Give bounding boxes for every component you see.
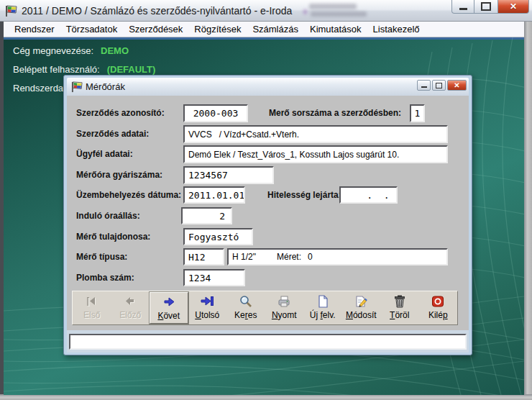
- validity-label: Hitelesség lejárta:: [267, 190, 341, 200]
- next-record-button[interactable]: Követ: [150, 292, 188, 324]
- install-date-value: 2011.01.01: [188, 190, 244, 201]
- contract-id-value: 2000-003: [193, 108, 239, 119]
- window-frame-right: [524, 22, 532, 400]
- dialog-icon: [71, 81, 83, 93]
- record-toolbar: Első Előző Követ: [72, 291, 458, 325]
- next-record-icon: [161, 295, 177, 309]
- contract-id-label: Szerződés azonosító:: [76, 108, 165, 118]
- menu-szerzodesek[interactable]: Szerződések: [123, 22, 188, 36]
- menu-listakezelo[interactable]: Listakezelő: [367, 22, 426, 36]
- menu-bar: Rendszer Törzsadatok Szerződések Rögzíté…: [4, 22, 529, 37]
- menu-rogzitesek[interactable]: Rögzítések: [188, 22, 247, 36]
- status-field[interactable]: [69, 334, 467, 350]
- close-icon: ✕: [510, 1, 517, 12]
- serial-value: 1234567: [188, 170, 228, 181]
- dialog-titlebar[interactable]: Mérőórák ✕: [67, 78, 469, 96]
- owner-value: Fogyasztó: [188, 232, 239, 242]
- background-ghost-blob: [311, 12, 367, 17]
- type-code-value: H12: [188, 252, 205, 263]
- install-date-label: Üzembehelyezés dátuma:: [76, 190, 181, 200]
- last-record-icon: [199, 294, 215, 309]
- contract-data-label: Szerződés adatai:: [76, 129, 149, 139]
- owner-field[interactable]: Fogyasztó: [183, 228, 253, 245]
- dialog-status-strip: [67, 330, 469, 353]
- delete-record-button[interactable]: Töröl: [380, 292, 419, 324]
- background-ghost-blob: [309, 4, 357, 9]
- dialog-title: Mérőórák: [86, 81, 125, 92]
- validity-field[interactable]: . .: [339, 186, 398, 204]
- minimize-button[interactable]: [451, 0, 474, 14]
- meters-dialog: Mérőórák ✕ Szerződés azonosító: 2000-003…: [63, 75, 472, 355]
- prev-record-icon: [122, 294, 138, 309]
- edit-record-button[interactable]: Módosít: [342, 292, 381, 324]
- initial-reading-field[interactable]: 2: [181, 207, 232, 224]
- seal-label: Plomba szám:: [76, 273, 134, 283]
- dialog-body: Szerződés azonosító: 2000-003 Merő sorsz…: [67, 96, 469, 330]
- seal-value: 1234: [188, 273, 211, 283]
- maximize-button[interactable]: [474, 0, 497, 14]
- meter-seq-label: Merő sorszáma a szerződésben:: [269, 108, 401, 118]
- maximize-icon: [481, 2, 491, 11]
- type-desc-field[interactable]: H 1/2" Méret: 0: [227, 248, 448, 265]
- prev-record-button[interactable]: Előző: [111, 292, 150, 324]
- dialog-maximize-button[interactable]: [432, 80, 446, 91]
- initial-reading-label: Induló óraállás:: [76, 211, 140, 221]
- close-button[interactable]: ✕: [497, 0, 529, 14]
- menu-szamlazas[interactable]: Számlázás: [247, 22, 304, 36]
- meter-seq-field[interactable]: 1: [410, 104, 425, 122]
- customer-data-value: Demó Elek / Teszt_Város_1, Kossuth Lajos…: [188, 150, 399, 160]
- serial-field[interactable]: 1234567: [183, 166, 274, 184]
- window-controls: ✕: [451, 0, 529, 14]
- seal-field[interactable]: 1234: [183, 269, 245, 286]
- print-button[interactable]: Nyomt: [265, 292, 304, 324]
- window-title: 2011 / DEMO / Számlázó és szerződés-nyil…: [22, 5, 292, 17]
- user-row: Belépett felhasználó:(DEFAULT): [13, 64, 155, 75]
- minimize-icon: [421, 86, 427, 88]
- date-row: Rendszerda: [13, 83, 63, 94]
- menu-rendszer[interactable]: Rendszer: [9, 22, 60, 36]
- window-frame-bottom: [0, 394, 532, 400]
- close-icon: ✕: [454, 82, 459, 89]
- install-date-field[interactable]: 2011.01.01: [183, 186, 245, 204]
- contract-data-value: VVCS / Vízd+Csatd.+Vterh.: [188, 129, 299, 140]
- search-icon: [238, 294, 254, 309]
- owner-label: Mérő tulajdonosa:: [76, 232, 150, 242]
- user-value: (DEFAULT): [107, 64, 156, 75]
- menu-kimutatasok[interactable]: Kimutatások: [304, 22, 367, 36]
- company-row: Cég megnevezése:DEMO: [13, 45, 129, 56]
- meter-seq-value: 1: [415, 108, 421, 119]
- dialog-controls: ✕: [416, 80, 467, 91]
- search-button[interactable]: Keres: [226, 292, 265, 324]
- first-record-icon: [84, 294, 100, 309]
- type-size-value: 0: [308, 252, 313, 262]
- initial-reading-value: 2: [219, 211, 225, 222]
- user-label: Belépett felhasználó:: [13, 64, 100, 75]
- background-ghost-dot: [303, 9, 307, 14]
- type-label: Mérő típusa:: [76, 252, 127, 262]
- new-record-icon: [315, 294, 331, 309]
- first-record-button[interactable]: Első: [73, 292, 111, 324]
- edit-record-icon: [353, 294, 369, 309]
- contract-data-field[interactable]: VVCS / Vízd+Csatd.+Vterh.: [183, 125, 448, 143]
- date-label: Rendszerda: [13, 83, 63, 94]
- new-record-button[interactable]: Új felv.: [303, 292, 342, 324]
- customer-data-field[interactable]: Demó Elek / Teszt_Város_1, Kossuth Lajos…: [183, 145, 448, 163]
- serial-label: Mérőóra gyáriszáma:: [76, 170, 162, 180]
- minimize-icon: [459, 8, 467, 10]
- maximize-icon: [436, 83, 442, 88]
- app-icon: [5, 4, 18, 17]
- menu-torzsadatok[interactable]: Törzsadatok: [60, 22, 124, 36]
- exit-button[interactable]: Kilép: [419, 292, 458, 324]
- print-icon: [276, 294, 292, 309]
- type-code-field[interactable]: H12: [183, 248, 224, 265]
- validity-value: . .: [344, 190, 390, 201]
- company-label: Cég megnevezése:: [13, 45, 93, 56]
- company-value: DEMO: [101, 45, 129, 56]
- contract-id-field[interactable]: 2000-003: [183, 104, 248, 122]
- type-desc-value: H 1/2": [232, 252, 256, 262]
- exit-icon: [430, 294, 446, 309]
- main-titlebar: 2011 / DEMO / Számlázó és szerződés-nyil…: [0, 0, 532, 22]
- dialog-close-button[interactable]: ✕: [447, 80, 467, 91]
- dialog-minimize-button[interactable]: [417, 80, 431, 91]
- last-record-button[interactable]: Utolsó: [188, 292, 227, 324]
